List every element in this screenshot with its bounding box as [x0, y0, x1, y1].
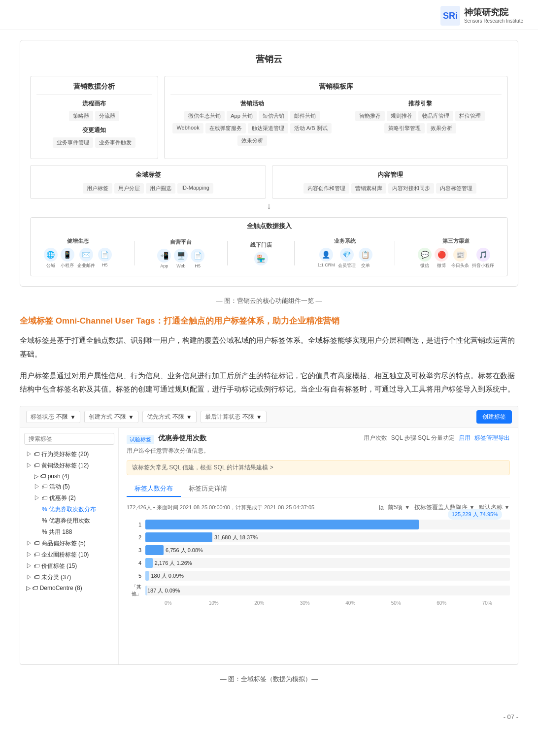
bar-fill-1 — [145, 520, 419, 529]
sidebar-item-goods-tags[interactable]: ▷ 🏷 商品偏好标签 (5) — [24, 538, 114, 549]
tag-tabs: 标签人数分布 标签历史详情 — [127, 481, 510, 497]
mc-item-sms: 短信营销 — [259, 111, 288, 121]
tc-icon-label-email2: 企业邮件 — [77, 263, 95, 269]
tc-icon-email2: ✉️ 企业邮件 — [77, 248, 95, 269]
tag-search-input[interactable] — [24, 433, 114, 445]
tc-icon-store: 🏪 — [254, 252, 268, 265]
tc-icon-label-douyin: 抖音小程序 — [472, 263, 494, 269]
mc-sections: 营销数据分析 流程画布 策略器 分流器 变更通知 业务事件管理 业务事件触发 — [30, 76, 508, 159]
tag-tip[interactable]: 该标签为常见 SQL 信建，根据 SQL 的计算结果建模 > — [127, 460, 510, 475]
sidebar-item-shared[interactable]: % 共用 188 — [40, 526, 114, 538]
mc-item-content-create: 内容创作和管理 — [303, 183, 349, 194]
mc-data-analysis: 营销数据分析 流程画布 策略器 分流器 变更通知 业务事件管理 业务事件触发 — [30, 76, 158, 159]
header: SRi 神策研究院 Sensors Research Institute — [0, 0, 538, 30]
tc-group-own-icons: 📲 App 🖥️ Web 📄 H5 — [157, 249, 204, 268]
tag-info-desc: 用户迄今任意营养次分值信息。 — [127, 447, 209, 455]
sidebar-item-bronze-tags[interactable]: ▷ 🏷 黄铜级好标签 (12) — [24, 460, 114, 471]
bar-wrapper-2: 31,680 人 18.37% — [145, 532, 510, 542]
mc-item-content-sync: 内容对接和同步 — [388, 183, 434, 194]
tc-icon-label-h5: H5 — [102, 263, 108, 267]
mc-item-rule: 规则推荐 — [387, 111, 416, 121]
bar-label-1: 1 — [127, 522, 141, 527]
mc-subsection-notification: 变更通知 业务事件管理 业务事件触发 — [36, 126, 152, 148]
tag-stats-info: 172,426人 • 来面时间 2021-08-25 00:00:00，计算完成… — [127, 504, 314, 511]
bar-row-3: 3 6,756 人 0.08% — [127, 545, 510, 555]
bar-value-4: 2,176 人 1.26% — [155, 559, 192, 567]
body-paragraph-2: 用户标签是通过对用户属性信息、行为信息、业务信息进行加工后所产生的特征标记，它的… — [20, 369, 518, 396]
tc-icon-circle-h5: 📄 — [98, 248, 112, 262]
tc-icon-circle-mini: 📱 — [61, 248, 74, 262]
tc-group-biz-icons: 👤 1:1 CRM 💎 会员管理 📋 交单 — [317, 248, 372, 269]
axis-10: 10% — [191, 600, 237, 606]
action-export[interactable]: 标签管理导出 — [474, 434, 510, 442]
mc-activities: 营销活动 微信生态营销 App 营销 短信营销 邮件营销 Webhook 在线弹… — [170, 99, 334, 146]
action-user-count[interactable]: 用户次数 — [364, 434, 387, 442]
tc-group-own: 自营平台 📲 App 🖥️ Web 📄 H5 — [157, 238, 204, 268]
bar-fill-5 — [145, 571, 149, 581]
filter-calc-status[interactable]: 最后计算状态 不限 ▼ — [201, 411, 267, 423]
filter-tag-status[interactable]: 标签状态 不限 ▼ — [26, 411, 80, 423]
tag-info: 试验标签 优惠券使用次数 用户迄今任意营养次分值信息。 — [127, 434, 209, 455]
bar-axis: 0% 10% 20% 30% 40% 50% 60% 70% — [145, 600, 510, 606]
bar-value-other: 187 人 0.09% — [147, 587, 180, 594]
tag-badge: 试验标签 — [127, 435, 154, 444]
tc-icon-circle-crm: 👤 — [319, 248, 333, 262]
control-la[interactable]: la — [379, 504, 383, 511]
tc-group-third-title: 第三方渠道 — [442, 237, 470, 245]
action-sql[interactable]: SQL 步骤·SQL 分量功定 — [391, 434, 455, 442]
mc-item-splitter: 分流器 — [95, 111, 119, 121]
mc-item-event-trigger: 业务事件触发 — [95, 137, 135, 148]
tc-icon-label-crm: 1:1 CRM — [317, 263, 335, 267]
mc-item-strategy-mgmt: 策略引擎管理 — [384, 123, 425, 133]
filter-create-method[interactable]: 创建方式 不限 ▼ — [84, 411, 138, 423]
main-content: 营销云 营销数据分析 流程画布 策略器 分流器 变更通知 业务事件管理 业务事件… — [0, 30, 538, 708]
tc-group-biz: 业务系统 👤 1:1 CRM 💎 会员管理 📋 交单 — [317, 237, 372, 269]
sidebar-item-activity[interactable]: ▷ 🏷 活动 (5) — [32, 481, 114, 493]
tab-history[interactable]: 标签历史详情 — [181, 481, 235, 497]
sidebar-item-social-tags[interactable]: ▷ 🏷 企业圈粉标签 (10) — [24, 549, 114, 560]
tc-icon-circle-douyin: 🎵 — [476, 248, 490, 262]
create-tag-button[interactable]: 创建标签 — [476, 410, 512, 424]
bar-row-other: 「其他」 187 人 0.09% — [127, 584, 510, 597]
sidebar-item-democentre[interactable]: ▷ 🏷 DemoCentre (8) — [24, 583, 114, 593]
tag-content-actions: 用户次数 SQL 步骤·SQL 分量功定 启用 标签管理导出 — [364, 434, 510, 442]
mc-item-webhook: Webhook — [172, 123, 203, 133]
tc-icon-public: 🌐 公域 — [44, 248, 58, 269]
tc-icon-label-mini: 小程序 — [61, 263, 74, 269]
bar-row-2: 2 31,680 人 18.37% — [127, 532, 510, 542]
logo-text: 神策研究院 Sensors Research Institute — [464, 7, 523, 24]
sidebar-item-behavior-tags[interactable]: ▷ 🏷 行为类好标签 (20) — [24, 449, 114, 460]
mc-canvas-items: 策略器 分流器 — [36, 111, 152, 121]
axis-50: 50% — [373, 600, 419, 606]
axis-40: 40% — [328, 600, 373, 606]
tc-icon-circle-email2: ✉️ — [79, 248, 93, 262]
tag-main: ▷ 🏷 行为类好标签 (20) ▷ 🏷 黄铜级好标签 (12) ▷ 🏷 push… — [20, 428, 518, 664]
sidebar-item-push[interactable]: ▷ 🏷 push (4) — [32, 471, 114, 481]
action-enable[interactable]: 启用 — [459, 434, 471, 442]
filter-value-priority: 不限 — [172, 413, 184, 421]
axis-70: 70% — [465, 600, 510, 606]
tc-icon-h52: 📄 H5 — [191, 249, 204, 268]
sidebar-item-coupon-use[interactable]: % 优惠券使用次数 — [40, 515, 114, 526]
bar-value-3: 6,756 人 0.08% — [166, 547, 203, 554]
marketing-cloud-diagram: 营销云 营销数据分析 流程画布 策略器 分流器 变更通知 业务事件管理 业务事件… — [20, 40, 518, 287]
chevron-icon-status: ▼ — [70, 414, 76, 421]
sidebar-item-coupon-dist[interactable]: % 优惠券取次数分布 — [40, 504, 114, 515]
sidebar-item-coupon[interactable]: ▷ 🏷 优惠券 (2) — [32, 493, 114, 504]
mc-touchpoint: 全触点数据接入 健增生态 🌐 公域 📱 小程序 — [30, 217, 508, 276]
section-header: 全域标签 Omni-Channel User Tags：打通全触点的用户标签体系… — [20, 315, 518, 327]
filter-value-create: 不限 — [114, 413, 126, 421]
sidebar-item-uncategorized[interactable]: ▷ 🏷 未分类 (37) — [24, 572, 114, 583]
bar-wrapper-1 — [145, 520, 510, 529]
bar-row-5: 5 180 人 0.09% — [127, 571, 510, 581]
tab-distribution[interactable]: 标签人数分布 — [127, 481, 181, 497]
filter-label-status: 标签状态 — [31, 413, 54, 421]
control-top5[interactable]: 前5项 ▼ — [388, 503, 410, 512]
chevron-icon-create: ▼ — [128, 414, 134, 421]
mc-item-smart: 智能推荐 — [355, 111, 385, 121]
mc-data-analysis-title: 营销数据分析 — [36, 82, 152, 95]
sidebar-item-value-tags[interactable]: ▷ 🏷 价值标签 (15) — [24, 560, 114, 572]
tc-icon-label-member: 会员管理 — [338, 263, 356, 269]
mc-recommend-title: 推荐引擎 — [338, 99, 502, 108]
filter-priority[interactable]: 优先方式 不限 ▼ — [142, 411, 197, 423]
